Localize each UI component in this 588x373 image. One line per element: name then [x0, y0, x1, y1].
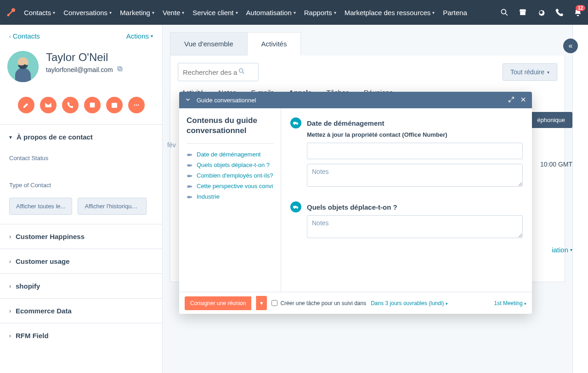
field-type-of-contact: Type of Contact	[9, 182, 153, 189]
truck-icon	[290, 201, 301, 212]
gear-icon[interactable]	[537, 8, 546, 17]
notification-badge: 12	[576, 5, 585, 11]
svg-rect-18	[187, 175, 191, 177]
guide-nav-item-4[interactable]: Cette perspective vous convie...	[187, 181, 273, 191]
meeting-type-dropdown[interactable]: 1st Meeting ▾	[494, 300, 526, 306]
svg-rect-27	[293, 206, 296, 208]
conversational-guide-panel: Guide conversationnel Contenus du guide …	[179, 92, 532, 314]
about-section-header[interactable]: ▾ À propos de ce contact	[0, 124, 162, 149]
show-history-button[interactable]: Afficher l'historique d...	[78, 198, 147, 215]
svg-rect-20	[187, 185, 191, 188]
svg-rect-6	[119, 68, 122, 71]
guide-question-2: Quels objets déplace-t-on ?	[290, 201, 523, 240]
nav-contacts[interactable]: Contacts▾	[24, 9, 55, 17]
svg-point-10	[134, 105, 135, 106]
about-section-body: Contact Status Type of Contact Afficher …	[0, 155, 162, 224]
log-meeting-dropdown[interactable]: ▾	[256, 296, 267, 310]
right-rail	[572, 25, 588, 373]
copy-email-icon[interactable]	[117, 66, 123, 73]
section-ecommerce-data[interactable]: ›Ecommerce Data	[0, 298, 162, 323]
close-guide-icon[interactable]	[520, 96, 526, 104]
tab-activities[interactable]: Activités	[247, 32, 301, 56]
log-button[interactable]	[84, 97, 101, 113]
guide-titlebar: Guide conversationnel	[179, 92, 532, 108]
schedule-button[interactable]	[106, 97, 123, 113]
hubspot-logo	[6, 7, 17, 18]
guide-nav-item-5[interactable]: Industrie	[187, 191, 273, 202]
contact-email: taylorfoneil@gmail.com	[46, 66, 123, 73]
section-customer-usage[interactable]: ›Customer usage	[0, 249, 162, 273]
svg-point-23	[191, 196, 192, 198]
expand-guide-icon[interactable]	[508, 96, 514, 104]
bell-icon[interactable]: 12	[573, 8, 582, 17]
tab-overview[interactable]: Vue d'ensemble	[170, 32, 247, 56]
more-button[interactable]	[128, 97, 145, 113]
store-icon[interactable]	[518, 8, 527, 17]
email-button[interactable]	[40, 97, 57, 113]
question-1-input[interactable]	[307, 143, 523, 159]
question-2-title: Quels objets déplace-t-on ?	[307, 203, 397, 211]
nav-marketing[interactable]: Marketing▾	[120, 9, 154, 17]
back-to-contacts[interactable]: ‹Contacts	[9, 32, 40, 40]
contact-name: Taylor O'Neil	[46, 51, 123, 64]
truck-icon	[290, 117, 301, 128]
question-2-notes[interactable]	[307, 215, 523, 238]
phone-icon[interactable]	[555, 8, 564, 17]
search-input[interactable]	[183, 68, 238, 76]
followup-delay-dropdown[interactable]: Dans 3 jours ouvrables (lundi) ▾	[371, 300, 448, 306]
svg-point-15	[191, 154, 192, 156]
guide-nav-title: Contenus du guide conversationnel	[187, 116, 273, 136]
contact-avatar	[7, 51, 39, 82]
search-icon[interactable]	[500, 8, 509, 17]
left-panel: ‹Contacts Actions▾ Taylor O'Neil taylorf…	[0, 25, 163, 373]
svg-point-19	[191, 175, 192, 177]
question-1-title: Date de déménagement	[307, 119, 384, 127]
guide-nav: Contenus du guide conversationnel Date d…	[179, 108, 281, 292]
svg-point-12	[137, 105, 139, 106]
section-rfm-field[interactable]: ›RFM Field	[0, 323, 162, 348]
collapse-all-button[interactable]: Tout réduire▾	[503, 63, 557, 81]
svg-rect-8	[90, 103, 95, 108]
nav-conversations[interactable]: Conversations▾	[63, 9, 112, 17]
question-1-notes[interactable]	[307, 164, 523, 187]
guide-main: Date de déménagement Mettez à jour la pr…	[281, 108, 532, 292]
log-meeting-button[interactable]: Consigner une réunion	[185, 296, 251, 310]
nav-rapports[interactable]: Rapports▾	[304, 9, 336, 17]
action-bar	[0, 92, 162, 124]
nav-automatisation[interactable]: Automatisation▾	[246, 9, 296, 17]
main-tabs: Vue d'ensemble Activités	[170, 32, 565, 56]
svg-point-2	[501, 9, 506, 14]
search-icon[interactable]	[238, 67, 245, 77]
followup-task-checkbox[interactable]: Créer une tâche pour un suivi dans	[271, 300, 366, 306]
association-dropdown[interactable]: iation▾	[552, 246, 572, 254]
call-button[interactable]	[62, 97, 79, 113]
svg-rect-22	[187, 196, 191, 198]
right-rail-expand[interactable]: «	[563, 39, 578, 53]
svg-point-13	[239, 69, 243, 72]
nav-marketplace[interactable]: Marketplace des ressources▾	[345, 9, 435, 17]
nav-right: 12	[500, 8, 582, 17]
guide-nav-item-1[interactable]: Date de déménagement	[187, 149, 273, 160]
svg-rect-7	[118, 67, 121, 70]
search-activities[interactable]	[178, 63, 259, 81]
svg-point-26	[297, 124, 298, 125]
field-contact-status: Contact Status	[9, 155, 153, 161]
guide-nav-item-3[interactable]: Combien d'employés ont-ils?	[187, 170, 273, 181]
svg-rect-3	[520, 11, 526, 15]
nav-service[interactable]: Service client▾	[192, 9, 237, 17]
collapse-guide-icon[interactable]	[185, 96, 191, 104]
section-customer-happiness[interactable]: ›Customer Happiness	[0, 224, 162, 249]
nav-vente[interactable]: Vente▾	[163, 9, 184, 17]
guide-nav-item-2[interactable]: Quels objets déplace-t-on ?	[187, 160, 273, 170]
nav-partenaires[interactable]: Partena	[443, 9, 467, 17]
phone-chip[interactable]: éphonique	[530, 112, 572, 128]
svg-rect-14	[187, 154, 191, 156]
show-all-properties-button[interactable]: Afficher toutes le...	[9, 198, 72, 215]
section-shopify[interactable]: ›shopify	[0, 273, 162, 298]
svg-point-11	[136, 105, 137, 106]
edit-button[interactable]	[18, 97, 34, 113]
actions-dropdown[interactable]: Actions▾	[126, 32, 153, 40]
guide-question-1: Date de déménagement Mettez à jour la pr…	[290, 117, 523, 189]
followup-checkbox-input[interactable]	[271, 300, 277, 306]
guide-title: Guide conversationnel	[197, 97, 503, 104]
